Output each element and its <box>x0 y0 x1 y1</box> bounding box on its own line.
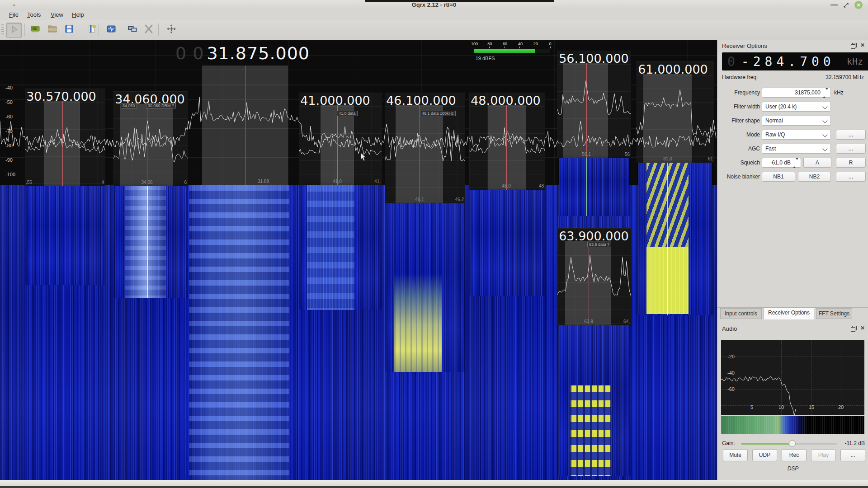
rx-spectrum-plot[interactable]: 030.570.000,554 <box>25 89 105 186</box>
rec-button[interactable]: Rec <box>782 449 807 461</box>
remote-control-icon <box>127 23 138 36</box>
rx-spectrum-plot[interactable]: 063.900.00063,9 data ?63,964, <box>557 228 631 325</box>
rx-waterfall[interactable] <box>27 186 103 285</box>
waterfall-signal-overlay <box>147 186 148 298</box>
toolbar-separator <box>24 23 25 36</box>
rx-waterfall[interactable] <box>559 325 629 476</box>
rx-spectrum-plot[interactable]: 046.100.00046,1 data 100kHz46,146,2 <box>385 93 465 203</box>
rx-spectrum-plot[interactable]: 056.100.00056,156 <box>557 51 631 158</box>
chevron-down-icon <box>822 104 827 109</box>
rx-waterfall[interactable] <box>387 203 463 372</box>
agc-combo[interactable]: Fast <box>762 144 831 154</box>
rx-waterfall[interactable] <box>471 190 543 296</box>
squelch-reset-button[interactable]: R <box>836 158 866 168</box>
tab-receiver-options[interactable]: Receiver Options <box>764 307 814 319</box>
play-button[interactable] <box>6 23 22 38</box>
rx-window[interactable]: 061.000.00061,061 <box>637 61 714 315</box>
menu-tools[interactable]: Tools <box>23 10 45 19</box>
filter-width-combo[interactable]: User (20.4 k) <box>762 102 831 112</box>
bookmark-tag[interactable]: 46,1 data 100kHz <box>420 111 456 116</box>
rx-window[interactable]: 030.570.000,554 <box>25 89 105 285</box>
squelch-input[interactable]: -61,0 dB <box>762 158 801 168</box>
bookmark-tag[interactable]: 41,0 data <box>337 111 358 116</box>
mode-options-button[interactable]: ... <box>836 130 866 140</box>
float-panel-icon[interactable] <box>851 43 856 48</box>
receiver-frequency-display[interactable]: 0 -284.700 kHz <box>722 52 868 70</box>
bookmarks-button[interactable] <box>85 23 99 37</box>
nb1-button[interactable]: NB1 <box>762 172 795 182</box>
audio-spectrum-plot[interactable]: -20-40-605101520 <box>721 340 864 415</box>
pan-button[interactable] <box>164 23 179 37</box>
frequency-spin-arrows[interactable] <box>823 90 828 96</box>
bookmark-tag[interactable]: 63,9 data ? <box>587 242 611 247</box>
dsp-window-button[interactable] <box>104 23 118 37</box>
menu-file[interactable]: File <box>5 10 23 19</box>
udp-button[interactable]: UDP <box>752 449 777 461</box>
squelch-row: Squelch -61,0 dB A R <box>717 158 868 168</box>
nb2-button[interactable]: NB2 <box>798 172 831 182</box>
menu-help[interactable]: Help <box>67 10 89 19</box>
rx-window[interactable]: 041.000.00041,0 data41,041, <box>299 93 382 310</box>
open-folder-button[interactable] <box>45 23 60 37</box>
background-strip <box>365 0 554 2</box>
rx-frequency-display[interactable]: 041.000.000 <box>299 94 370 108</box>
rx-spectrum-plot[interactable]: 061.000.00061,061 <box>637 61 714 163</box>
toolbar-separator <box>158 23 159 36</box>
audio-options-button[interactable]: ... <box>840 449 865 461</box>
rx-waterfall[interactable] <box>115 186 186 298</box>
bookmark-tag[interactable]: 30,060 DRM ? <box>146 103 176 108</box>
rx-frequency-display[interactable]: 061.000.000 <box>637 62 708 76</box>
nb-options-button[interactable]: ... <box>836 172 866 182</box>
close-panel-icon[interactable]: ✕ <box>860 43 865 48</box>
bookmark-tag[interactable]: 34,050 <box>121 103 137 108</box>
rx-frequency-display[interactable]: 046.100.000 <box>385 94 456 108</box>
mode-combo[interactable]: Raw I/Q <box>762 130 831 140</box>
mute-button[interactable]: Mute <box>723 449 748 461</box>
save-button[interactable] <box>62 23 76 37</box>
squelch-auto-button[interactable]: A <box>803 158 831 168</box>
rx-waterfall[interactable] <box>301 185 380 310</box>
mouse-cursor <box>360 153 367 164</box>
play-button[interactable]: Play <box>811 449 836 461</box>
tab-input-controls[interactable]: Input controls <box>720 308 762 319</box>
frequency-input[interactable]: 31875,000 <box>762 88 831 98</box>
minimize-button[interactable]: — <box>830 1 838 9</box>
rx-window[interactable]: 056.100.00056,156 <box>557 51 631 216</box>
gain-slider-handle[interactable] <box>789 440 796 447</box>
float-panel-icon[interactable] <box>851 326 856 331</box>
iq-device-button[interactable] <box>28 23 42 37</box>
menu-view[interactable]: View <box>46 10 68 19</box>
rx-window[interactable]: 046.100.00046,1 data 100kHz46,146,2 <box>385 93 465 372</box>
rx-frequency-display[interactable]: 063.900.000 <box>557 229 629 243</box>
rx-spectrum-plot[interactable]: 041.000.00041,0 data41,041, <box>299 93 382 185</box>
rx-window[interactable]: 048.000.00048,048 <box>469 93 545 296</box>
audio-panel-title: Audio <box>722 325 737 332</box>
rx-axis-label: 6 <box>184 180 187 185</box>
frequency-row: Frequency 31875,000 kHz <box>717 88 868 98</box>
gain-slider[interactable] <box>741 443 837 445</box>
audio-waterfall[interactable] <box>721 416 864 434</box>
toolbar-drag-handle[interactable] <box>1 24 4 35</box>
close-panel-icon[interactable]: ✕ <box>860 326 865 331</box>
filter-shape-combo[interactable]: Normal <box>762 116 831 126</box>
carrier-line <box>318 109 318 174</box>
rx-axis-label: 61 <box>708 156 713 161</box>
rx-spectrum-plot[interactable]: 048.000.00048,048 <box>469 93 545 190</box>
close-button[interactable]: ✕ <box>854 1 863 9</box>
rx-spectrum-plot[interactable]: 034.060.00034,05030,060 DRM ?34,066 <box>113 91 188 186</box>
tools-button[interactable] <box>142 23 156 37</box>
rx-frequency-display[interactable]: 030.570.000 <box>25 89 96 103</box>
remote-control-button[interactable] <box>125 23 140 37</box>
tab-fft-settings[interactable]: FFT Settings <box>816 308 852 319</box>
bookmarks-icon <box>86 23 97 36</box>
squelch-spin-arrows[interactable] <box>793 160 798 166</box>
dsp-window-icon <box>106 23 117 36</box>
rx-frequency-display[interactable]: 048.000.000 <box>469 94 541 108</box>
rx-frequency-display[interactable]: 056.100.000 <box>557 52 629 66</box>
rx-window[interactable]: 034.060.00034,05030,060 DRM ?34,066 <box>113 91 188 298</box>
agc-options-button[interactable]: ... <box>836 144 866 154</box>
mode-row: Mode Raw I/Q ... <box>717 130 868 140</box>
restore-button[interactable] <box>842 1 850 9</box>
rx-waterfall[interactable] <box>638 163 712 315</box>
rx-window[interactable]: 063.900.00063,9 data ?63,964, <box>557 228 631 476</box>
